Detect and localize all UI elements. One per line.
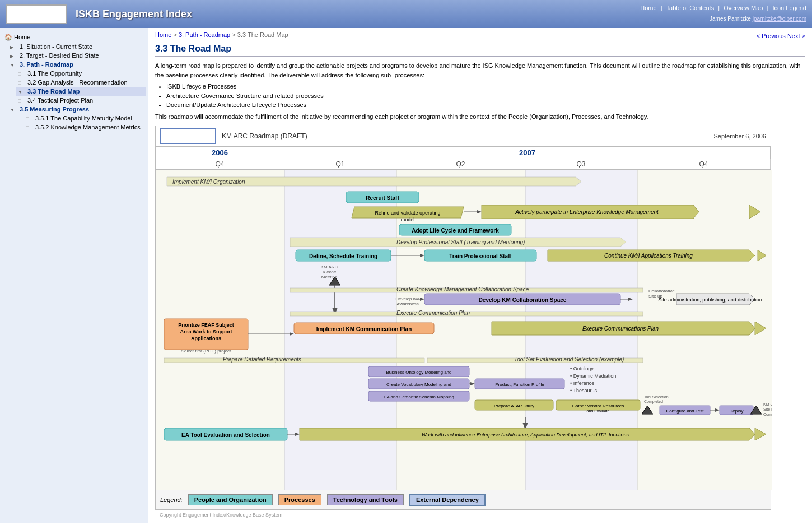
prev-link[interactable]: < Previous	[757, 32, 786, 39]
svg-text:Adopt Life Cycle and Framework: Adopt Life Cycle and Framework	[412, 227, 499, 234]
sidebar-path-label: 3. Path - Roadmap	[20, 61, 73, 68]
nav-bar: Home > 3. Path - Roadmap > 3.3 The Road …	[155, 31, 805, 40]
svg-text:Select first (POC) project: Select first (POC) project	[181, 349, 231, 354]
sidebar-item-tactical[interactable]: 3.4 Tactical Project Plan	[16, 96, 146, 105]
legend-people: People and Organization	[188, 494, 273, 505]
breadcrumb-home[interactable]: Home	[155, 31, 171, 38]
roadmap-header-left: KM ARC Roadmap (DRAFT)	[160, 128, 307, 144]
svg-text:Applications: Applications	[191, 336, 221, 341]
sidebar: Home 1. Situation - Current State 2. Tar…	[0, 28, 148, 523]
nav-legend[interactable]: Icon Legend	[772, 4, 806, 11]
leaf-icon-5	[26, 124, 34, 131]
bullet-3: Document/Update Architecture Lifecycle P…	[166, 100, 805, 110]
sidebar-tactical-label: 3.4 Tactical Project Plan	[27, 97, 93, 104]
year-2007: 2007	[284, 147, 771, 159]
header: ISKB Engagement Index Home | Table of Co…	[0, 0, 812, 28]
sidebar-item-situation[interactable]: 1. Situation - Current State	[8, 42, 146, 51]
sidebar-item-path[interactable]: 3. Path - Roadmap	[8, 60, 146, 69]
description-text: A long-term road map is prepared to iden…	[155, 61, 805, 80]
bullet-1: ISKB Lifecycle Processes	[166, 82, 805, 91]
sidebar-item-gap[interactable]: 3.2 Gap Analysis - Recommendation	[16, 78, 146, 87]
svg-text:Site administration, publishin: Site administration, publishing, and dis…	[658, 297, 762, 303]
page-title: 3.3 The Road Map	[155, 44, 805, 57]
home-icon	[4, 34, 12, 41]
sidebar-item-target[interactable]: 2. Target - Desired End State	[8, 51, 146, 60]
header-logo	[6, 4, 67, 24]
sidebar-item-metrics[interactable]: 3.5.2 Knowledge Management Metrics	[24, 123, 146, 132]
roadmap-body: Implement KM/I Organization Recruit Staf…	[156, 170, 772, 490]
svg-text:Configure and Test: Configure and Test	[666, 408, 704, 414]
folder-open-icon-2	[18, 88, 26, 95]
sidebar-situation-label: 1. Situation - Current State	[20, 43, 92, 50]
footer-note: This roadmap will accommodate the fulfil…	[155, 112, 805, 122]
svg-text:Product, Function Profile: Product, Function Profile	[495, 382, 544, 387]
next-link[interactable]: Next >	[787, 32, 805, 39]
sidebar-item-opportunity[interactable]: 3.1 The Opportunity	[16, 69, 146, 78]
header-user: James Parnitzke jparnitzke@olber.com	[710, 16, 806, 22]
quarter-q1-2007: Q1	[284, 159, 396, 169]
breadcrumb-current: 3.3 The Road Map	[237, 31, 288, 38]
folder-open-icon	[10, 61, 18, 68]
svg-text:EA Tool Evaluation and Selecti: EA Tool Evaluation and Selection	[181, 432, 270, 438]
header-nav: Home | Table of Contents | Overview Map …	[640, 4, 806, 11]
breadcrumb-path[interactable]: 3. Path - Roadmap	[179, 31, 230, 38]
sidebar-item-roadmap[interactable]: 3.3 The Road Map	[16, 87, 146, 96]
leaf-icon-3	[18, 97, 26, 104]
sidebar-measuring-label: 3.5 Measuring Progress	[20, 106, 89, 113]
svg-text:Work with and influence Enterp: Work with and influence Enterprise Archi…	[422, 432, 629, 438]
sidebar-item-capability[interactable]: 3.5.1 The Capability Maturity Model	[24, 114, 146, 123]
svg-text:Develop Professional Staff (Tr: Develop Professional Staff (Training and…	[396, 239, 525, 245]
svg-text:Site Improvements: Site Improvements	[763, 407, 772, 412]
layout: Home 1. Situation - Current State 2. Tar…	[0, 28, 812, 523]
leaf-icon-1	[18, 70, 26, 77]
svg-text:Recruit Staff: Recruit Staff	[366, 195, 399, 201]
footer: Copyright Engagement Index/Knowledge Bas…	[155, 510, 805, 520]
quarter-q3-2007: Q3	[525, 159, 637, 169]
nav-home[interactable]: Home	[640, 4, 656, 11]
main-content: Home > 3. Path - Roadmap > 3.3 The Road …	[148, 28, 812, 523]
svg-text:Create Vocabulary Modeling and: Create Vocabulary Modeling and	[386, 382, 451, 387]
breadcrumb: Home > 3. Path - Roadmap > 3.3 The Road …	[155, 31, 288, 38]
footer-text: Copyright Engagement Index/Knowledge Bas…	[160, 512, 282, 518]
legend: Legend: People and Organization Processe…	[156, 490, 771, 509]
svg-text:Implement KM Communication Pla: Implement KM Communication Plan	[316, 326, 412, 332]
quarter-q4-2007: Q4	[637, 159, 771, 169]
svg-text:model: model	[401, 217, 415, 222]
sidebar-home-label: Home	[14, 34, 30, 40]
svg-text:Implement KM/I Organization: Implement KM/I Organization	[172, 179, 245, 185]
svg-text:Prioritize FEAF Subject: Prioritize FEAF Subject	[178, 322, 234, 328]
legend-tech: Technology and Tools	[327, 494, 404, 505]
sidebar-item-measuring[interactable]: 3.5 Measuring Progress	[8, 105, 146, 114]
svg-text:Prepare Detailed Requirements: Prepare Detailed Requirements	[223, 356, 301, 363]
sidebar-item-home[interactable]: Home	[2, 32, 146, 42]
roadmap-container: KM ARC Roadmap (DRAFT) September 6, 2006…	[155, 126, 771, 510]
roadmap-logo-box	[160, 128, 216, 144]
quarter-q4-2006: Q4	[156, 159, 284, 169]
svg-text:• Dynamic Mediation: • Dynamic Mediation	[570, 373, 616, 379]
nav-overview[interactable]: Overview Map	[724, 4, 763, 11]
svg-text:Execute Communications Plan: Execute Communications Plan	[582, 326, 659, 332]
sidebar-opportunity-label: 3.1 The Opportunity	[27, 70, 82, 77]
svg-text:Create Knowledge Management Co: Create Knowledge Management Collaboratio…	[396, 286, 529, 292]
roadmap-title: KM ARC Roadmap (DRAFT)	[222, 132, 307, 140]
sidebar-target-label: 2. Target - Desired End State	[20, 52, 99, 59]
legend-label: Legend:	[160, 496, 183, 503]
svg-text:Deploy: Deploy	[730, 408, 744, 414]
svg-text:Gather Vendor Resources: Gather Vendor Resources	[572, 403, 624, 408]
year-2006: 2006	[156, 147, 284, 159]
svg-text:Completed: Completed	[763, 412, 772, 417]
roadmap-years: 2006 2007	[156, 147, 771, 159]
leaf-icon-4	[26, 115, 34, 122]
sidebar-metrics-label: 3.5.2 Knowledge Management Metrics	[35, 124, 141, 131]
nav-toc[interactable]: Table of Contents	[666, 4, 715, 11]
roadmap-header: KM ARC Roadmap (DRAFT) September 6, 2006	[156, 126, 771, 147]
legend-external: External Dependency	[409, 494, 486, 506]
description: A long-term road map is prepared to iden…	[155, 61, 805, 121]
svg-text:Tool Set Evaluation and Select: Tool Set Evaluation and Selection (examp…	[514, 356, 624, 363]
svg-text:Completed: Completed	[644, 399, 663, 404]
svg-text:Area Work to Support: Area Work to Support	[180, 329, 232, 334]
quarter-q2-2007: Q2	[396, 159, 525, 169]
svg-text:Define, Schedule Training: Define, Schedule Training	[309, 253, 377, 259]
user-email-link[interactable]: jparnitzke@olber.com	[753, 16, 806, 22]
folder-open-icon-3	[10, 106, 18, 113]
